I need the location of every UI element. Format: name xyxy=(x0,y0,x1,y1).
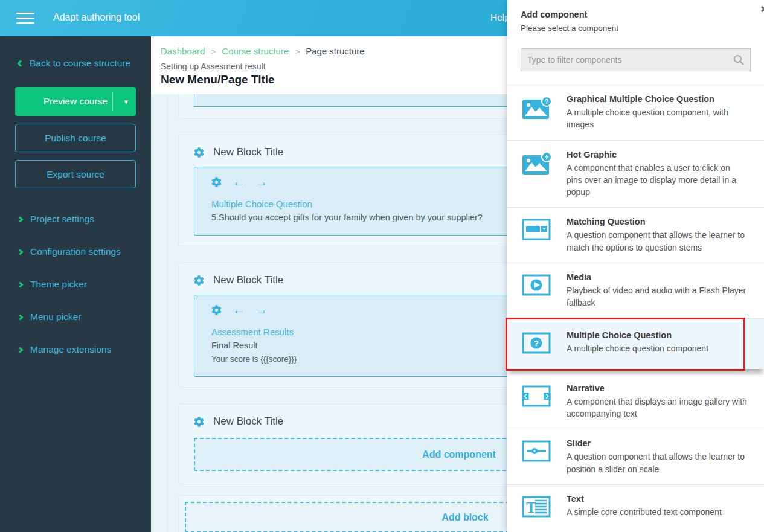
button-divider xyxy=(112,92,113,111)
breadcrumb-separator: > xyxy=(211,47,216,56)
chevron-right-icon xyxy=(18,314,24,320)
component-item-description: A question component that allows the lea… xyxy=(567,229,748,254)
slider-icon xyxy=(522,440,552,463)
component-item-description: A multiple choice question component, wi… xyxy=(567,106,748,131)
breadcrumb-separator: > xyxy=(295,47,300,56)
export-source-button[interactable]: Export source xyxy=(15,160,136,188)
gear-icon[interactable] xyxy=(194,417,204,427)
caret-down-icon[interactable]: ▾ xyxy=(124,97,128,106)
sidebar-item-theme-picker[interactable]: Theme picker xyxy=(18,279,151,290)
sidebar-item-label: Configuration settings xyxy=(30,246,121,257)
component-item-name: Hot Graphic xyxy=(567,150,748,159)
component-filter-input[interactable] xyxy=(521,48,751,71)
component-item-description: A simple core contributed text component xyxy=(567,506,722,518)
sidebar-item-configuration-settings[interactable]: Configuration settings xyxy=(18,246,151,257)
sidebar-links: Project settings Configuration settings … xyxy=(0,214,151,355)
move-right-icon[interactable]: → xyxy=(255,304,268,316)
component-item-name: Media xyxy=(567,272,748,282)
chevron-left-icon xyxy=(17,60,24,66)
matching-question-icon xyxy=(522,219,552,242)
back-to-course-structure-link[interactable]: Back to course structure xyxy=(18,58,151,69)
component-list: ? Graphical Multiple Choice Question A m… xyxy=(507,85,764,530)
narrative-icon xyxy=(522,385,552,408)
sidebar-item-label: Project settings xyxy=(30,214,94,225)
sidebar-item-manage-extensions[interactable]: Manage extensions xyxy=(18,344,151,355)
breadcrumb-dashboard[interactable]: Dashboard xyxy=(161,46,205,56)
text-icon: T xyxy=(522,496,552,519)
gear-icon[interactable] xyxy=(194,147,204,158)
chevron-right-icon xyxy=(18,347,24,353)
preview-course-label: Preview course xyxy=(43,96,108,107)
component-item-name: Narrative xyxy=(567,383,748,393)
sidebar-item-label: Theme picker xyxy=(30,279,87,290)
component-item-graphical-multiple-choice-question[interactable]: ? Graphical Multiple Choice Question A m… xyxy=(507,85,764,140)
breadcrumb-course-structure[interactable]: Course structure xyxy=(222,46,289,56)
sidebar-item-project-settings[interactable]: Project settings xyxy=(18,214,151,225)
component-item-description: A component that displays an image galle… xyxy=(567,396,748,420)
block-title: New Block Title xyxy=(213,415,283,428)
component-item-description: Playback of video and audio with a Flash… xyxy=(567,284,748,309)
publish-course-label: Publish course xyxy=(45,133,106,144)
close-icon[interactable]: ✖ xyxy=(760,4,764,15)
breadcrumb-page-structure: Page structure xyxy=(306,46,365,56)
gear-icon[interactable] xyxy=(194,275,204,286)
chevron-right-icon xyxy=(18,216,24,222)
component-item-media[interactable]: Media Playback of video and audio with a… xyxy=(507,263,764,318)
component-item-slider[interactable]: Slider A question component that allows … xyxy=(507,429,764,484)
app-title: Adapt authoring tool xyxy=(53,12,140,23)
sidebar: Back to course structure Preview course … xyxy=(0,36,151,532)
component-item-text[interactable]: T Text A simple core contributed text co… xyxy=(507,484,764,530)
panel-subtitle: Please select a component xyxy=(521,24,751,33)
chevron-right-icon xyxy=(18,249,24,255)
svg-text:?: ? xyxy=(545,98,548,105)
component-item-name: Matching Question xyxy=(567,217,748,226)
hamburger-menu-icon[interactable] xyxy=(16,13,34,24)
sidebar-item-label: Menu picker xyxy=(30,312,81,322)
preview-course-button[interactable]: Preview course ▾ xyxy=(15,87,136,116)
component-item-name: Graphical Multiple Choice Question xyxy=(567,94,748,104)
component-item-description: A multiple choice question component xyxy=(567,342,708,354)
multiple-choice-question-icon: ? xyxy=(522,332,552,355)
component-item-narrative[interactable]: Narrative A component that displays an i… xyxy=(507,374,764,429)
export-source-label: Export source xyxy=(47,169,104,180)
component-item-name: Text xyxy=(567,494,722,504)
svg-text:+: + xyxy=(544,153,548,161)
back-link-label: Back to course structure xyxy=(30,58,130,69)
panel-title: Add component xyxy=(521,10,751,19)
add-component-panel: ✖ Add component Please select a componen… xyxy=(507,0,764,532)
component-item-description: A component that enables a user to click… xyxy=(567,162,748,199)
gear-icon[interactable] xyxy=(211,305,222,315)
move-left-icon[interactable]: ← xyxy=(233,304,245,316)
gear-icon[interactable] xyxy=(211,177,222,187)
component-item-multiple-choice-question[interactable]: ? Multiple Choice Question A multiple ch… xyxy=(507,318,764,369)
graphical-multiple-choice-question-icon: ? xyxy=(522,96,552,121)
block-title: New Block Title xyxy=(213,274,283,286)
component-item-hot-graphic[interactable]: + Hot Graphic A component that enables a… xyxy=(507,140,764,208)
chevron-right-icon xyxy=(18,281,24,287)
move-left-icon[interactable]: ← xyxy=(233,176,245,188)
block-title: New Block Title xyxy=(213,146,283,158)
sidebar-item-label: Manage extensions xyxy=(30,344,111,355)
component-item-matching-question[interactable]: Matching Question A question component t… xyxy=(507,207,764,263)
svg-text:T: T xyxy=(526,499,536,516)
component-item-name: Multiple Choice Question xyxy=(567,330,708,340)
publish-course-button[interactable]: Publish course xyxy=(15,124,136,152)
media-icon xyxy=(522,274,552,297)
svg-text:?: ? xyxy=(534,338,539,347)
hot-graphic-icon: + xyxy=(522,152,552,177)
sidebar-item-menu-picker[interactable]: Menu picker xyxy=(18,312,151,322)
component-item-name: Slider xyxy=(567,438,748,448)
move-right-icon[interactable]: → xyxy=(255,176,268,188)
search-icon xyxy=(733,54,745,66)
component-item-description: A question component that allows the lea… xyxy=(567,450,748,475)
